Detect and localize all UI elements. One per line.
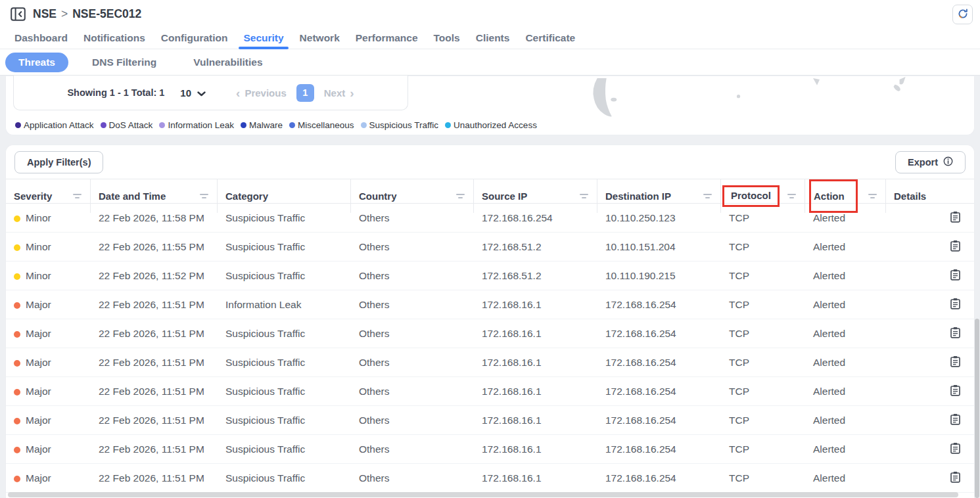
filter-icon[interactable]	[703, 194, 712, 198]
legend-item[interactable]: Suspicious Traffic	[361, 120, 439, 130]
horizontal-scrollbar-thumb[interactable]	[8, 492, 958, 497]
action-cell: Alerted	[805, 443, 886, 455]
main-tab[interactable]: Notifications	[83, 28, 145, 49]
protocol-cell: TCP	[721, 241, 805, 253]
highlight-box-action: Action	[809, 179, 858, 213]
column-header-destination-ip[interactable]: Destination IP	[597, 179, 721, 213]
country-cell: Others	[351, 270, 474, 282]
column-header-protocol[interactable]: Protocol	[721, 179, 805, 213]
legend-item[interactable]: Miscellaneous	[289, 120, 354, 130]
column-label: Action	[814, 191, 845, 202]
legend-item[interactable]: DoS Attack	[101, 120, 153, 130]
table-row[interactable]: Major 22 Feb 2026, 11:51 PM Information …	[6, 290, 974, 319]
source-ip-cell: 172.168.16.1	[474, 472, 597, 484]
category-cell: Suspicious Traffic	[218, 357, 351, 369]
page-size-select[interactable]: 10	[180, 87, 206, 99]
column-label: Category	[225, 191, 268, 202]
severity-dot	[14, 244, 20, 251]
filter-icon[interactable]	[73, 194, 82, 198]
column-header-severity[interactable]: Severity	[6, 179, 91, 213]
filter-icon[interactable]	[580, 194, 588, 198]
source-ip-cell: 172.168.51.2	[474, 270, 597, 282]
severity-label: Major	[26, 386, 51, 397]
subtab[interactable]: DNS Filtering	[79, 53, 170, 72]
datetime-cell: 22 Feb 2026, 11:51 PM	[91, 443, 218, 455]
details-clipboard-icon[interactable]	[950, 413, 961, 425]
main-tab[interactable]: Network	[300, 28, 340, 49]
main-tab[interactable]: Configuration	[161, 28, 228, 49]
main-tab[interactable]: Dashboard	[14, 28, 68, 49]
table-row[interactable]: Minor 22 Feb 2026, 11:55 PM Suspicious T…	[6, 233, 974, 261]
details-clipboard-icon[interactable]	[950, 355, 961, 367]
table-header-row: Severity Date and Time Category Country …	[6, 179, 974, 204]
vertical-scrollbar[interactable]	[974, 0, 980, 498]
table-row[interactable]: Major 22 Feb 2026, 11:51 PM Suspicious T…	[6, 464, 974, 493]
export-button[interactable]: Export	[895, 151, 966, 173]
destination-ip-cell: 172.168.16.254	[597, 357, 721, 369]
main-tab[interactable]: Clients	[476, 28, 510, 49]
protocol-cell: TCP	[721, 270, 805, 282]
legend-dot	[241, 122, 246, 128]
table-row[interactable]: Major 22 Feb 2026, 11:51 PM Suspicious T…	[6, 406, 974, 435]
breadcrumb-root[interactable]: NSE	[33, 7, 57, 21]
details-clipboard-icon[interactable]	[950, 384, 961, 396]
table-row[interactable]: Major 22 Feb 2026, 11:51 PM Suspicious T…	[6, 348, 974, 377]
details-clipboard-icon[interactable]	[950, 471, 961, 483]
column-header-category[interactable]: Category	[218, 179, 351, 213]
legend-dot	[159, 122, 165, 128]
details-clipboard-icon[interactable]	[950, 327, 961, 338]
main-tab[interactable]: Tools	[434, 28, 460, 49]
datetime-cell: 22 Feb 2026, 11:51 PM	[91, 415, 218, 426]
filter-icon[interactable]	[787, 194, 796, 198]
main-tab[interactable]: Certificate	[525, 28, 575, 49]
panel-collapse-icon[interactable]	[11, 7, 26, 21]
next-page-button[interactable]: Next ›	[324, 87, 354, 99]
column-header-country[interactable]: Country	[351, 179, 474, 213]
protocol-cell: TCP	[721, 443, 805, 455]
main-tab[interactable]: Performance	[356, 28, 418, 49]
filter-icon[interactable]	[456, 194, 465, 198]
table-row[interactable]: Major 22 Feb 2026, 11:51 PM Suspicious T…	[6, 435, 974, 464]
filter-icon[interactable]	[200, 194, 208, 198]
details-clipboard-icon[interactable]	[950, 240, 961, 252]
datetime-cell: 22 Feb 2026, 11:55 PM	[91, 241, 218, 253]
column-header-source-ip[interactable]: Source IP	[474, 179, 597, 213]
legend-item[interactable]: Unauthorized Access	[445, 120, 537, 130]
subtab[interactable]: Threats	[5, 53, 68, 72]
destination-ip-cell: 172.168.16.254	[597, 415, 721, 426]
column-header-details[interactable]: Details	[886, 179, 974, 213]
details-clipboard-icon[interactable]	[950, 442, 961, 454]
legend-item[interactable]: Malware	[241, 120, 283, 130]
severity-cell: Major	[6, 415, 91, 426]
vertical-scrollbar-thumb[interactable]	[975, 319, 979, 498]
severity-cell: Major	[6, 357, 91, 369]
previous-page-button[interactable]: ‹ Previous	[236, 87, 287, 99]
severity-label: Minor	[26, 212, 51, 223]
destination-ip-cell: 172.168.16.254	[597, 472, 721, 484]
protocol-cell: TCP	[721, 299, 805, 311]
table-row[interactable]: Major 22 Feb 2026, 11:51 PM Suspicious T…	[6, 319, 974, 348]
column-header-date-and-time[interactable]: Date and Time	[91, 179, 218, 213]
protocol-cell: TCP	[721, 415, 805, 426]
apply-filters-button[interactable]: Apply Filter(s)	[14, 151, 103, 173]
country-cell: Others	[351, 472, 474, 484]
column-header-action[interactable]: Action	[805, 179, 886, 213]
refresh-button[interactable]	[952, 5, 973, 24]
horizontal-scrollbar[interactable]	[0, 491, 974, 498]
details-clipboard-icon[interactable]	[950, 269, 961, 281]
table-row[interactable]: Major 22 Feb 2026, 11:51 PM Suspicious T…	[6, 377, 974, 406]
legend-item[interactable]: Application Attack	[15, 120, 94, 130]
details-cell	[886, 269, 974, 283]
column-label: Date and Time	[99, 191, 166, 202]
filter-icon[interactable]	[868, 194, 877, 198]
legend-item[interactable]: Information Leak	[159, 120, 234, 130]
table-row[interactable]: Minor 22 Feb 2026, 11:52 PM Suspicious T…	[6, 261, 974, 290]
subtab[interactable]: Vulnerabilities	[180, 53, 275, 72]
current-page-button[interactable]: 1	[296, 84, 314, 102]
chevron-right-icon: ›	[350, 87, 354, 99]
severity-label: Major	[26, 357, 51, 368]
source-ip-cell: 172.168.16.254	[474, 212, 597, 224]
main-tab[interactable]: Security	[243, 28, 283, 49]
destination-ip-cell: 10.110.151.204	[597, 241, 721, 253]
details-clipboard-icon[interactable]	[950, 298, 961, 309]
